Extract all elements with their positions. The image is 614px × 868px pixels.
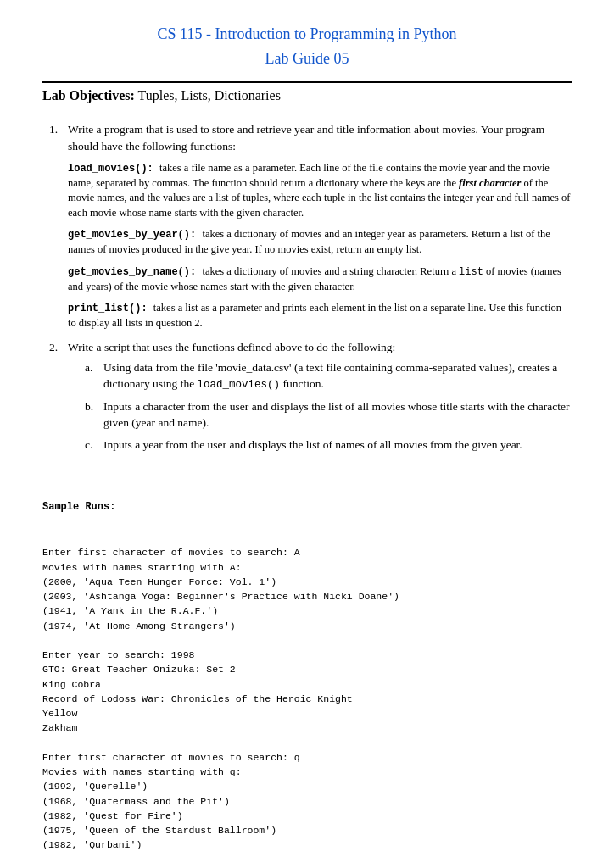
func-get-by-name-name: get_movies_by_name(): (68, 266, 202, 278)
q2-b-text: Inputs a character from the user and dis… (103, 400, 570, 430)
q2-num: 2. (49, 339, 58, 356)
q2-item-c: c. Inputs a year from the user and displ… (85, 437, 572, 453)
q1-num: 1. (49, 121, 58, 138)
question-1: 1. Write a program that is used to store… (42, 121, 572, 331)
sample-runs-heading: Sample Runs: (42, 499, 572, 515)
func-load-movies-name: load_movies(): (68, 163, 159, 175)
func-get-by-name-list-emphasis: list (459, 266, 483, 278)
q2-item-a: a. Using data from the file 'movie_data.… (85, 359, 572, 393)
q2-a-label: a. (85, 359, 92, 376)
sample-runs-content: Enter first character of movies to searc… (42, 545, 572, 868)
question-2: 2. Write a script that uses the function… (42, 339, 572, 453)
func-get-by-year: get_movies_by_year(): takes a dictionary… (68, 227, 572, 257)
main-list: 1. Write a program that is used to store… (42, 121, 572, 453)
page: CS 115 - Introduction to Programming in … (0, 0, 614, 868)
objectives-bold: Lab Objectives: (42, 88, 135, 103)
bottom-divider (42, 108, 572, 109)
objectives-heading: Lab Objectives: Tuples, Lists, Dictionar… (42, 88, 281, 103)
q2-item-b: b. Inputs a character from the user and … (85, 398, 572, 431)
objectives-normal: Tuples, Lists, Dictionaries (135, 88, 281, 103)
top-divider (42, 81, 572, 83)
q2-c-label: c. (85, 437, 92, 453)
q2-a-text-part1: Using data from the file 'movie_data.csv… (103, 361, 557, 391)
func-get-by-name: get_movies_by_name(): takes a dictionary… (68, 264, 572, 294)
q2-sub-list: a. Using data from the file 'movie_data.… (68, 359, 572, 453)
func-get-by-name-desc-part1: takes a dictionary of movies and a strin… (202, 265, 459, 277)
func-load-movies: load_movies(): takes a file name as a pa… (68, 161, 572, 220)
func-load-movies-emphasis: first character (459, 177, 521, 189)
q2-b-label: b. (85, 398, 93, 415)
func-print-list-name: print_list(): (68, 303, 154, 314)
q1-intro: Write a program that is used to store an… (68, 123, 544, 153)
sample-runs-section: Sample Runs: Enter first character of mo… (42, 470, 572, 868)
q2-c-text: Inputs a year from the user and displays… (103, 438, 522, 451)
lab-guide-subtitle: Lab Guide 05 (42, 50, 572, 68)
q2-intro: Write a script that uses the functions d… (68, 341, 395, 353)
objectives-section: Lab Objectives: Tuples, Lists, Dictionar… (42, 88, 572, 103)
page-title: CS 115 - Introduction to Programming in … (42, 25, 572, 43)
q2-a-func: load_movies() (198, 379, 281, 391)
func-get-by-year-name: get_movies_by_year(): (68, 229, 202, 241)
func-print-list: print_list(): takes a list as a paramete… (68, 301, 572, 331)
q2-a-text-part2: function. (280, 377, 324, 390)
